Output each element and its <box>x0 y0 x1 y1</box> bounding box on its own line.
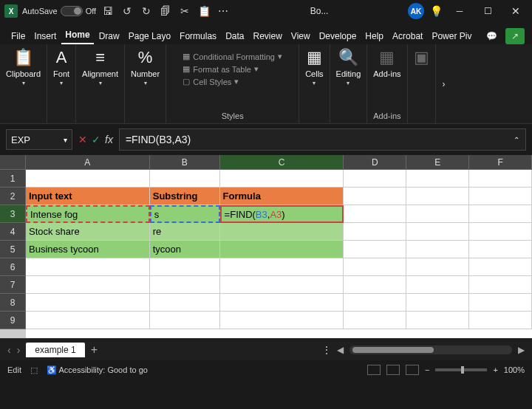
close-button[interactable]: ✕ <box>504 2 528 20</box>
tab-review[interactable]: Review <box>249 28 285 44</box>
cell-A3[interactable]: Intense fog <box>26 205 150 223</box>
col-header-C[interactable]: C <box>220 155 344 170</box>
formula-input[interactable]: =FIND(B3,A3) ⌃ <box>119 128 526 151</box>
expand-formula-icon[interactable]: ⌃ <box>514 136 519 144</box>
cell-F9[interactable] <box>469 312 532 329</box>
cell-F4[interactable] <box>469 223 532 241</box>
cell-F1[interactable] <box>469 170 532 188</box>
maximize-button[interactable]: ☐ <box>476 2 499 20</box>
cell-D7[interactable] <box>344 276 406 294</box>
row-header-8[interactable]: 8 <box>0 294 26 312</box>
extra-button[interactable]: ▣ <box>414 47 429 68</box>
zoom-level[interactable]: 100% <box>504 365 525 374</box>
cell-B6[interactable] <box>150 258 220 276</box>
cell-F3[interactable] <box>469 205 532 223</box>
cell-C5[interactable] <box>220 241 344 258</box>
more-icon[interactable]: ⋯ <box>216 5 231 17</box>
cell-C9[interactable] <box>220 312 344 329</box>
scrollbar-thumb[interactable] <box>352 347 434 353</box>
cell-D3[interactable] <box>344 205 406 223</box>
cell-F6[interactable] <box>469 258 532 276</box>
cell-D6[interactable] <box>344 258 406 276</box>
row-header-1[interactable]: 1 <box>0 170 26 188</box>
row-header-2[interactable]: 2 <box>0 188 26 205</box>
save-icon[interactable]: 🖫 <box>100 5 115 17</box>
col-header-F[interactable]: F <box>469 155 532 170</box>
row-header-7[interactable]: 7 <box>0 276 26 294</box>
tab-page-layout[interactable]: Page Layo <box>125 28 174 44</box>
row-header-4[interactable]: 4 <box>0 223 26 241</box>
tab-insert[interactable]: Insert <box>30 28 60 44</box>
cell-E9[interactable] <box>406 312 469 329</box>
user-avatar[interactable]: AK <box>408 3 424 19</box>
row-header-3[interactable]: 3 <box>0 205 26 223</box>
tab-developer[interactable]: Develope <box>316 28 361 44</box>
worksheet-grid[interactable]: ABCDEF 123456789 Input textSubstringForm… <box>0 155 532 338</box>
col-header-B[interactable]: B <box>150 155 220 170</box>
normal-view-button[interactable] <box>367 365 381 375</box>
cell-A4[interactable]: Stock share <box>26 223 150 241</box>
number-button[interactable]: % Number ▾ <box>131 47 160 86</box>
cell-F7[interactable] <box>469 276 532 294</box>
autosave-toggle[interactable]: AutoSave Off <box>22 6 96 16</box>
cell-C3[interactable]: =FIND(B3,A3) <box>220 205 344 223</box>
row-header-6[interactable]: 6 <box>0 258 26 276</box>
tab-formulas[interactable]: Formulas <box>176 28 220 44</box>
minimize-button[interactable]: ─ <box>448 2 471 20</box>
cell-D9[interactable] <box>344 312 406 329</box>
sheet-menu-icon[interactable]: ⋮ <box>322 345 331 355</box>
col-header-E[interactable]: E <box>406 155 469 170</box>
row-header-9[interactable]: 9 <box>0 312 26 329</box>
cell-B3[interactable]: s <box>150 205 220 223</box>
fx-icon[interactable]: fx <box>105 134 113 145</box>
select-all-button[interactable] <box>0 155 26 170</box>
cell-E4[interactable] <box>406 223 469 241</box>
tab-home[interactable]: Home <box>61 27 93 44</box>
cell-E5[interactable] <box>406 241 469 258</box>
cell-D1[interactable] <box>344 170 406 188</box>
conditional-formatting-button[interactable]: ▦Conditional Formatting▾ <box>183 52 282 61</box>
enter-icon[interactable]: ✓ <box>92 134 100 145</box>
cell-A9[interactable] <box>26 312 150 329</box>
horizontal-scrollbar[interactable] <box>349 346 512 354</box>
scroll-left-button[interactable]: ◀ <box>337 345 344 355</box>
lightbulb-icon[interactable]: 💡 <box>429 5 443 17</box>
cell-B2[interactable]: Substring <box>150 188 220 205</box>
undo-icon[interactable]: ↺ <box>120 5 134 17</box>
copy-icon[interactable]: 🗐 <box>158 5 173 17</box>
cell-D5[interactable] <box>344 241 406 258</box>
cell-B7[interactable] <box>150 276 220 294</box>
accessibility-status[interactable]: ♿ Accessibility: Good to go <box>47 365 148 375</box>
clipboard-button[interactable]: 📋 Clipboard ▾ <box>6 47 41 86</box>
comments-button[interactable]: 💬 <box>482 28 501 44</box>
name-box[interactable]: EXP ▾ <box>6 129 72 150</box>
cell-E2[interactable] <box>406 188 469 205</box>
cell-B5[interactable]: tycoon <box>150 241 220 258</box>
cell-A6[interactable] <box>26 258 150 276</box>
col-header-A[interactable]: A <box>26 155 150 170</box>
addins-button[interactable]: ▦ Add-ins <box>373 47 400 78</box>
cell-B1[interactable] <box>150 170 220 188</box>
tab-help[interactable]: Help <box>361 28 387 44</box>
page-layout-view-button[interactable] <box>386 365 400 375</box>
zoom-slider[interactable] <box>435 368 487 371</box>
tab-acrobat[interactable]: Acrobat <box>389 28 426 44</box>
redo-icon[interactable]: ↻ <box>139 5 154 17</box>
cell-E6[interactable] <box>406 258 469 276</box>
cell-C1[interactable] <box>220 170 344 188</box>
cells-button[interactable]: ▦ Cells ▾ <box>305 47 323 86</box>
cell-A8[interactable] <box>26 294 150 312</box>
cut-icon[interactable]: ✂ <box>177 5 192 17</box>
cell-C7[interactable] <box>220 276 344 294</box>
sheet-tab-active[interactable]: example 1 <box>26 343 84 357</box>
cell-F5[interactable] <box>469 241 532 258</box>
format-as-table-button[interactable]: ▦Format as Table▾ <box>183 64 282 74</box>
cell-A2[interactable]: Input text <box>26 188 150 205</box>
page-break-view-button[interactable] <box>406 365 419 375</box>
sheet-next-button[interactable]: › <box>17 344 21 356</box>
sheet-prev-button[interactable]: ‹ <box>7 344 11 356</box>
cell-B4[interactable]: re <box>150 223 220 241</box>
cell-C6[interactable] <box>220 258 344 276</box>
zoom-out-button[interactable]: − <box>425 365 429 374</box>
tab-data[interactable]: Data <box>222 28 248 44</box>
